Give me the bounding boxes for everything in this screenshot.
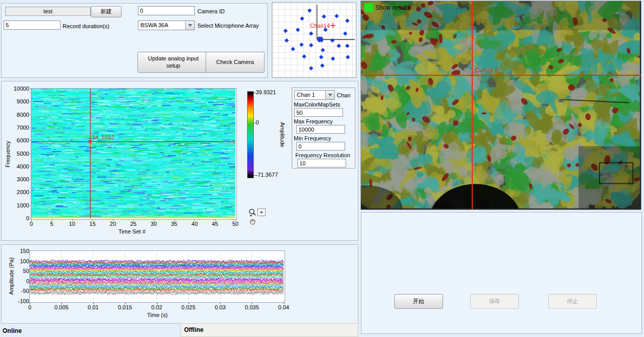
waveform-ytick: -50: [8, 288, 29, 294]
min-frequency-input[interactable]: [296, 142, 345, 151]
spectrogram-ytick: 7000: [8, 124, 29, 131]
mic-marker: [330, 38, 334, 43]
show-results-checkbox[interactable]: [365, 3, 373, 12]
acquisition-settings-panel: test 新建 Camera ID Record duration(s) BSW…: [1, 3, 268, 78]
mic-marker: [320, 48, 325, 52]
zoom-tool-icon[interactable]: [248, 208, 256, 217]
spectrogram-xtick: 10: [63, 221, 82, 227]
mic-marker: [300, 16, 304, 20]
spectrogram-xtick: 40: [185, 221, 204, 227]
spectrogram-ytick: 1000: [8, 202, 29, 208]
spectrogram-ytick: 9000: [8, 98, 29, 104]
camera-cursor-vline[interactable]: [472, 1, 473, 209]
max-frequency-label: Max Frequency: [294, 118, 333, 124]
check-camera-button[interactable]: Check Camera: [206, 52, 265, 73]
waveform-xtick: 0: [21, 304, 39, 310]
mic-marker: [331, 56, 335, 60]
chan-dropdown-value: Chan 1: [297, 92, 315, 98]
spectrogram-cursor-label: 14, 5932: [92, 134, 114, 140]
waveform-xtick: 0.01: [84, 304, 103, 310]
waveform-xtick: 0.015: [116, 304, 134, 310]
spectrogram-xtick: 35: [165, 221, 184, 227]
new-session-button[interactable]: 新建: [91, 6, 122, 17]
chan-label: Chan: [337, 92, 350, 98]
mic-array-label: Select Microphone Array: [197, 23, 259, 29]
waveform-xtick: 0.02: [148, 304, 166, 310]
colorbar-zero-label: -0: [254, 119, 259, 125]
save-button[interactable]: 保存: [470, 294, 519, 309]
waveform-ytick: 100: [8, 258, 29, 264]
spectrogram-ytick: 6000: [8, 137, 29, 143]
offline-status-label: Offline: [184, 326, 204, 333]
zoom-plus-box[interactable]: +: [257, 208, 266, 216]
spectrogram-xlabel: Time Set #: [118, 228, 146, 235]
dropdown-arrow-icon[interactable]: [185, 21, 194, 30]
stop-button[interactable]: 停止: [548, 294, 597, 309]
spectrogram-ytick: 2000: [8, 189, 29, 195]
colorbar-amplitude-label: Amplitude: [279, 119, 286, 150]
mic-marker: [343, 31, 347, 35]
waveform-ytick: 0: [8, 278, 29, 284]
mic-marker: [299, 43, 304, 47]
spectrogram-panel: Frequency 100009000800070006000500040003…: [1, 81, 358, 241]
waveform-xtick: 0.005: [52, 304, 71, 310]
record-duration-label: Record duration(s): [63, 23, 109, 29]
mic-marker: [291, 47, 295, 51]
run-controls-panel: 开始 保存 停止: [361, 212, 642, 334]
chan-dropdown[interactable]: Chan 1: [294, 90, 335, 100]
mic-marker: [320, 64, 324, 68]
camera-image-canvas[interactable]: [361, 1, 640, 208]
mic-marker: [309, 31, 313, 35]
waveform-panel: Amplitude (Pa) 150100500-50-100 00.0050.…: [1, 244, 358, 324]
spectrogram-xtick: 5: [43, 221, 61, 227]
frequency-resolution-input[interactable]: [297, 159, 346, 167]
show-results-label: Show results: [375, 4, 411, 11]
pan-hand-icon[interactable]: [248, 218, 256, 226]
mic-marker: [345, 18, 349, 23]
max-colormap-input[interactable]: [294, 108, 343, 117]
spectrogram-ytick: 10000: [8, 86, 29, 92]
waveform-xtick: 0.025: [179, 304, 198, 310]
record-duration-input[interactable]: [4, 20, 61, 30]
online-status-label: Online: [3, 327, 22, 334]
mic-cursor-label: Chan14: [310, 23, 330, 29]
mic-array-panel: Chan14: [272, 2, 356, 78]
max-frequency-input[interactable]: [296, 125, 345, 134]
mic-marker: [309, 43, 313, 47]
waveform-ytick: 150: [8, 248, 29, 254]
camera-id-input[interactable]: [138, 6, 195, 15]
colorbar: [247, 91, 254, 178]
waveform-xtick: 0.035: [243, 304, 261, 310]
offline-status-box: Offline: [180, 323, 358, 337]
mic-array-dropdown[interactable]: BSWA 36A: [138, 20, 195, 30]
update-analog-input-button[interactable]: Update analog input setup: [137, 52, 209, 73]
dropdown-arrow-icon[interactable]: [325, 91, 334, 99]
session-name-field[interactable]: test: [5, 7, 91, 16]
spectrogram-xtick: 20: [104, 221, 122, 227]
start-button[interactable]: 开始: [394, 294, 443, 309]
spectrogram-ytick: 5000: [8, 151, 29, 157]
spectrogram-xtick: 30: [145, 221, 163, 227]
colorbar-min-label: --71.3677: [254, 172, 278, 178]
waveform-xtick: 0.03: [211, 304, 229, 310]
max-colormap-label: MaxColorMapSets: [294, 101, 340, 108]
spectrogram-ytick: 3000: [8, 176, 29, 182]
spectrogram-ytick: 8000: [8, 112, 29, 118]
waveform-xtick: 0.04: [274, 304, 293, 310]
mic-marker: [334, 14, 338, 18]
waveform-canvas: [30, 251, 284, 301]
spectrogram-ytick: 4000: [8, 163, 29, 170]
display-controls-cluster: Chan 1 Chan MaxColorMapSets Max Frequenc…: [292, 88, 355, 168]
camera-cursor-hline[interactable]: [361, 75, 641, 76]
spectrogram-xtick: 25: [124, 221, 143, 227]
mic-marker: [346, 55, 350, 59]
spectrogram-canvas[interactable]: [31, 89, 235, 218]
mic-marker: [319, 55, 323, 59]
mic-marker: [302, 54, 306, 58]
spectrogram-xtick: 15: [83, 221, 102, 227]
mic-array-plot[interactable]: Chan14: [272, 3, 356, 77]
spectrogram-xtick: 45: [206, 221, 224, 227]
mic-marker: [321, 14, 326, 18]
mic-marker: [284, 29, 288, 33]
mic-marker: [296, 28, 300, 32]
